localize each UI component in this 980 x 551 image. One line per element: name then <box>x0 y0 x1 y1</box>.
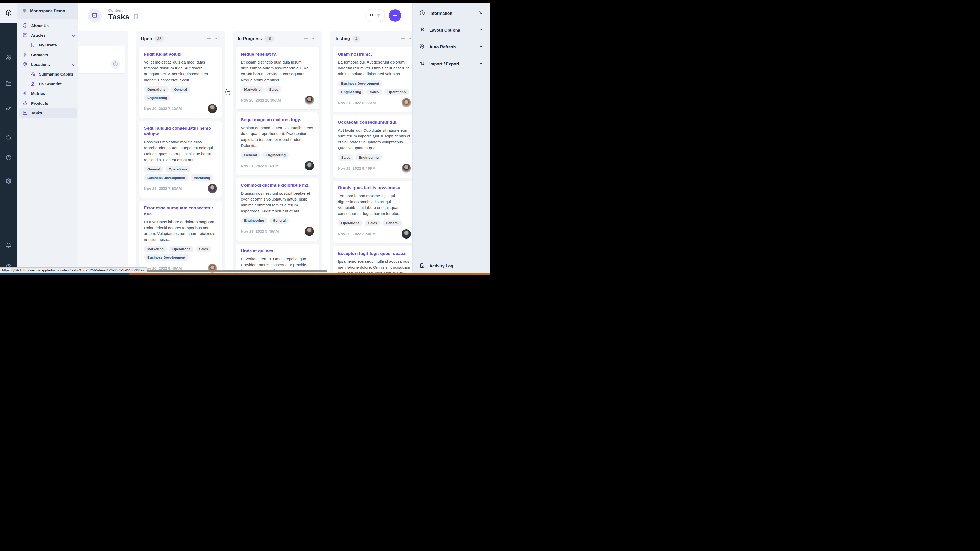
task-card[interactable]: Ullam nostrumc.Ea tempora qui. Aut deser… <box>333 47 412 112</box>
module-folder[interactable] <box>0 79 18 89</box>
map-pin-icon <box>22 62 28 68</box>
close-icon[interactable] <box>478 10 484 16</box>
task-card-title[interactable]: Sequi magnam maiores fugy. <box>241 117 314 123</box>
task-card-title[interactable]: Sequi aliquid consequatur nemo volupw. <box>144 125 217 137</box>
task-card[interactable]: Excepturi fugit fugit quos, quaez.Ipsa n… <box>333 246 412 273</box>
column-menu-button[interactable] <box>407 35 412 43</box>
sidebar-item-label: Tasks <box>31 111 74 115</box>
network-icon <box>30 71 35 78</box>
tag-pill: Marketing <box>241 86 264 93</box>
chevron-down-icon[interactable] <box>478 44 484 50</box>
task-card-tags: MarketingOperationsSalesBusiness Develop… <box>144 246 217 261</box>
module-content[interactable] <box>0 3 18 24</box>
right-sidebar: InformationLayout OptionsAuto RefreshImp… <box>412 3 490 275</box>
task-card-description: Ut a voluptas labore et dolores magnam. … <box>144 219 217 243</box>
column-name: Testing <box>335 36 350 41</box>
task-card-title[interactable]: Error esse numquam consectetur dua. <box>144 205 217 217</box>
kanban-column-in-progress: In Progress10Neque repellat fv.Et ipsam … <box>233 31 322 273</box>
task-card[interactable]: Neque repellat fv.Et ipsam distinctio qu… <box>236 47 319 110</box>
chevron-down-icon <box>71 33 76 38</box>
task-card-title[interactable]: Fugit fugiat volupi. <box>144 52 217 57</box>
tag-pill: Sales <box>196 246 211 252</box>
column-menu-button[interactable] <box>213 35 221 43</box>
sidebar-item-contacts[interactable]: Contacts <box>18 50 78 60</box>
tag-pill: General <box>171 86 190 93</box>
task-card-title[interactable]: Occaecati consequuntur qul. <box>338 120 411 125</box>
dots-menu-icon <box>408 36 412 42</box>
task-card-description: Dignissimos nesciunt suscipit beatae et … <box>241 190 314 214</box>
sidebar-section-information[interactable]: Information <box>413 6 490 20</box>
sidebar-item-about-us[interactable]: About Us <box>18 21 78 30</box>
column-add-button[interactable] <box>302 35 310 43</box>
sidebar-item-activity-log[interactable]: Activity Log <box>413 259 490 273</box>
sidebar-item-articles[interactable]: Articles <box>18 30 78 40</box>
module-help[interactable] <box>0 153 18 163</box>
project-pin-icon <box>22 8 27 14</box>
sidebar-section-auto-refresh[interactable]: Auto Refresh <box>413 40 490 54</box>
sidebar-item-submarine-cables[interactable]: Submarine Cables <box>18 69 78 79</box>
tag-pill: Operations <box>338 220 363 226</box>
task-card-tags: EngineeringGeneral <box>241 218 314 224</box>
search-icon[interactable] <box>369 13 374 19</box>
task-card[interactable]: Omnis quas facilis possimusu.Tempora id … <box>333 181 412 243</box>
folder-icon <box>5 80 12 88</box>
task-card-tags: MarketingSales <box>241 86 314 93</box>
task-card[interactable]: Fugit fugiat volupi.Vel et molestiae qui… <box>139 47 222 118</box>
task-card-title[interactable]: Commodi ducimus doloribus mz. <box>241 183 314 189</box>
task-card-title[interactable]: Omnis quas facilis possimusu. <box>338 185 411 191</box>
task-card-footer: Nov 21, 2022 6:27AM <box>338 98 411 107</box>
navigation-sidebar: Monospace Demo About UsArticlesMy Drafts… <box>18 3 78 275</box>
search-filter-pill[interactable] <box>366 9 385 22</box>
column-count-badge: 35 <box>154 36 164 41</box>
add-item-button[interactable] <box>389 10 401 22</box>
tag-pill: Engineering <box>355 154 382 161</box>
task-card[interactable]: Occaecati consequuntur qul.Aut facilis q… <box>333 115 412 178</box>
project-switcher[interactable]: Monospace Demo <box>18 3 78 19</box>
clipboard-clock-icon <box>419 262 425 269</box>
cloud-icon <box>5 134 12 141</box>
sidebar-item-my-drafts[interactable]: My Drafts <box>18 40 78 50</box>
column-add-button[interactable] <box>399 35 407 43</box>
plus-icon <box>207 36 212 42</box>
task-card[interactable]: ished taskPM <box>78 46 125 73</box>
sidebar-item-us-counties[interactable]: US Counties <box>18 79 78 89</box>
task-card-title[interactable]: Unde at qui nex. <box>241 248 314 254</box>
notifications-bell[interactable] <box>0 240 18 251</box>
task-card-footer: Nov 21, 2022 9:37PM <box>241 161 314 170</box>
task-card[interactable]: Error esse numquam consectetur dua.Ut a … <box>139 201 222 273</box>
sidebar-item-locations[interactable]: Locations <box>18 60 78 69</box>
task-card[interactable]: Unde at qui nex.Et veritatis rerum. Omni… <box>236 244 319 273</box>
task-card-title[interactable]: Neque repellat fv. <box>241 52 314 57</box>
tag-pill: Sales <box>338 154 353 161</box>
avatar <box>402 164 411 173</box>
task-card[interactable]: Sequi aliquid consequatur nemo volupw.Po… <box>139 121 222 198</box>
page-title-icon-circle <box>88 9 102 23</box>
module-cloud[interactable] <box>0 133 18 143</box>
bookmark-icon[interactable] <box>133 13 139 21</box>
module-users[interactable] <box>0 53 18 63</box>
sidebar-item-metrics[interactable]: Metrics <box>18 89 78 98</box>
chevron-down-icon[interactable] <box>478 61 484 67</box>
column-add-button[interactable] <box>205 35 213 43</box>
task-card-title[interactable]: Ullam nostrumc. <box>338 52 411 57</box>
layers-icon <box>419 27 425 34</box>
sidebar-section-import-export[interactable]: Import / Export <box>413 57 490 70</box>
tag-pill: Business Development <box>144 175 189 181</box>
sidebar-item-tasks[interactable]: Tasks <box>19 108 76 118</box>
module-gear[interactable] <box>0 176 18 187</box>
column-name: Open <box>141 36 152 41</box>
sidebar-item-products[interactable]: Products <box>18 98 78 108</box>
module-insights[interactable] <box>0 105 18 115</box>
task-card-tags: OperationsSalesGeneral <box>338 220 411 226</box>
task-card-description: Veniam commodi autem voluptatibus eos do… <box>241 125 314 148</box>
column-menu-button[interactable] <box>310 35 318 43</box>
task-card-title[interactable]: Excepturi fugit fugit quos, quaez. <box>338 251 411 257</box>
filter-icon[interactable] <box>376 13 381 19</box>
tag-pill: Engineering <box>241 218 267 224</box>
task-card-footer: PM <box>78 60 120 69</box>
chevron-down-icon[interactable] <box>478 27 484 33</box>
task-card[interactable]: Sequi magnam maiores fugy.Veniam commodi… <box>236 113 319 175</box>
sidebar-section-layout-options[interactable]: Layout Options <box>413 24 490 37</box>
tag-pill: Sales <box>366 89 382 95</box>
task-card[interactable]: Commodi ducimus doloribus mz.Dignissimos… <box>236 178 319 241</box>
